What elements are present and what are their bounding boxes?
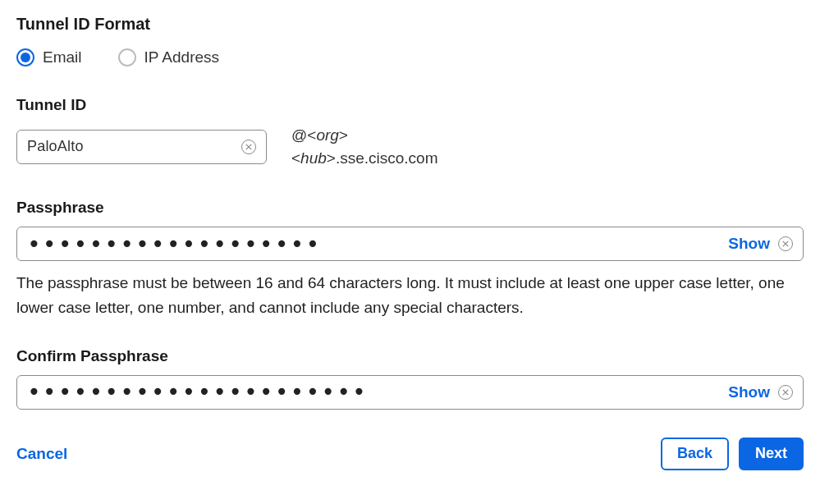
x-icon	[245, 144, 252, 150]
suffix-line2-prefix: <	[291, 149, 300, 167]
clear-icon[interactable]	[778, 236, 793, 251]
radio-email[interactable]: Email	[16, 48, 82, 66]
clear-icon[interactable]	[778, 385, 793, 400]
passphrase-block: Passphrase Show The passphrase must be b…	[16, 199, 804, 319]
suffix-line2-suffix: >.sse.cisco.com	[327, 149, 438, 167]
tunnel-id-row: @<org> <hub>.sse.cisco.com	[16, 124, 804, 169]
cancel-button[interactable]: Cancel	[16, 445, 67, 463]
confirm-passphrase-input-wrap: Show	[16, 375, 804, 410]
passphrase-helper: The passphrase must be between 16 and 64…	[16, 271, 804, 319]
radio-email-label: Email	[43, 48, 82, 66]
confirm-passphrase-label: Confirm Passphrase	[16, 347, 804, 365]
suffix-line1-var: org	[316, 126, 338, 144]
show-confirm-passphrase-button[interactable]: Show	[728, 383, 770, 401]
radio-ip[interactable]: IP Address	[118, 48, 220, 66]
radio-ip-label: IP Address	[144, 48, 220, 66]
show-passphrase-button[interactable]: Show	[728, 235, 770, 253]
tunnel-id-format-radios: Email IP Address	[16, 48, 804, 66]
x-icon	[782, 389, 789, 396]
next-button[interactable]: Next	[739, 438, 804, 470]
footer-row: Cancel Back Next	[16, 438, 804, 470]
back-button[interactable]: Back	[661, 438, 729, 470]
suffix-line1-suffix: >	[339, 126, 348, 144]
tunnel-id-suffix: @<org> <hub>.sse.cisco.com	[291, 124, 438, 169]
suffix-line2-var: hub	[300, 149, 327, 167]
tunnel-id-input-wrap	[16, 130, 267, 164]
passphrase-input-wrap: Show	[16, 227, 804, 261]
radio-circle-icon	[118, 48, 136, 66]
passphrase-input[interactable]	[27, 231, 717, 258]
tunnel-id-label: Tunnel ID	[16, 96, 804, 114]
clear-icon[interactable]	[241, 140, 256, 154]
section-title: Tunnel ID Format	[16, 15, 804, 34]
confirm-passphrase-input[interactable]	[27, 378, 717, 405]
confirm-passphrase-block: Confirm Passphrase Show	[16, 347, 804, 410]
suffix-line1-prefix: @<	[291, 126, 316, 144]
passphrase-label: Passphrase	[16, 199, 804, 217]
x-icon	[782, 241, 789, 247]
footer-buttons: Back Next	[661, 438, 804, 470]
radio-circle-icon	[16, 48, 34, 66]
radio-dot-icon	[21, 53, 30, 62]
tunnel-id-input[interactable]	[27, 138, 233, 155]
